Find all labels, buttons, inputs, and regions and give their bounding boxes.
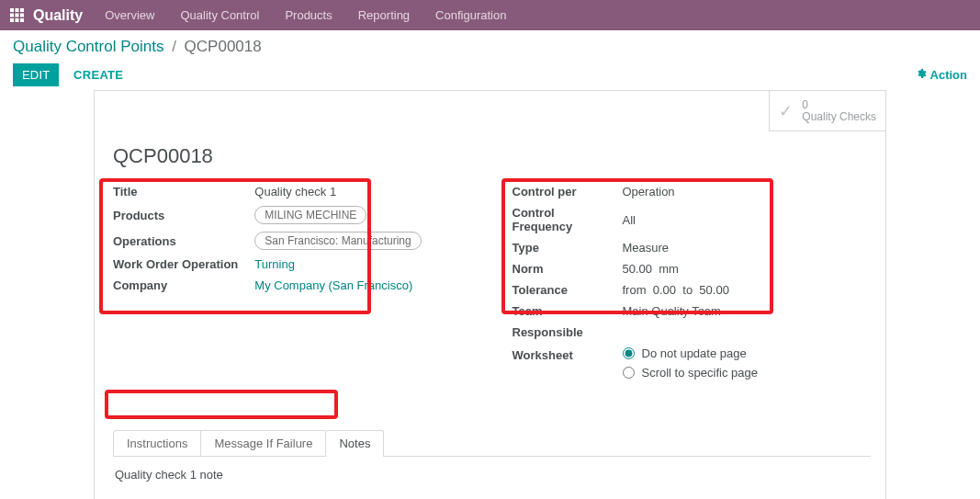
team-value: Main Quality Team [623,301,758,322]
ws-opt2-label: Scroll to specific page [642,366,758,380]
top-nav: Quality Overview Quality Control Product… [0,0,980,30]
svg-rect-4 [15,14,18,17]
company-value[interactable]: My Company (San Francisco) [254,278,412,292]
ws-radio-2[interactable] [623,367,635,379]
nav-products[interactable]: Products [285,8,332,22]
tol-label: Tolerance [513,279,623,301]
check-icon: ✓ [779,101,793,121]
operations-label: Operations [113,228,254,254]
type-label: Type [513,237,623,258]
norm-label: Norm [513,258,623,279]
svg-rect-1 [15,8,18,12]
tol-to-val: 50.00 [699,283,729,297]
control-per-label: Control per [513,181,623,202]
tol-from-lbl: from [623,283,647,297]
action-label: Action [930,68,967,82]
stat-label: Quality Checks [802,110,876,123]
breadcrumb: Quality Control Points / QCP00018 [13,38,967,56]
ws-opt1-label: Do not update page [642,346,747,360]
resp-value [623,322,758,343]
create-button[interactable]: CREATE [73,68,123,82]
products-label: Products [113,202,254,228]
svg-rect-2 [20,8,24,12]
tab-instructions[interactable]: Instructions [113,430,200,457]
team-label: Team [513,301,623,322]
company-label: Company [113,275,254,296]
ws-label: Worksheet [513,343,623,389]
app-title[interactable]: Quality [33,7,83,24]
tol-to-lbl: to [682,283,693,297]
freq-value: All [623,202,758,237]
title-value: Quality check 1 [254,181,421,202]
freq-label: Control Frequency [513,202,623,237]
ws-radio-1[interactable] [623,347,635,359]
norm-value: 50.00 [623,262,653,276]
form-sheet: ✓ 0 Quality Checks QCP00018 Title Qualit… [94,90,886,499]
nav-quality-control[interactable]: Quality Control [180,8,259,22]
nav-reporting[interactable]: Reporting [358,8,410,22]
control-bar: Quality Control Points / QCP00018 EDIT C… [0,30,980,90]
tab-message-if-failure[interactable]: Message If Failure [200,430,325,457]
title-label: Title [113,181,254,202]
action-menu[interactable]: Action [916,68,967,82]
woo-value[interactable]: Turning [254,257,295,271]
nav-configuration[interactable]: Configuration [435,8,506,22]
tol-from-val: 0.00 [653,283,676,297]
svg-rect-3 [10,14,14,17]
ws-opt2[interactable]: Scroll to specific page [623,366,758,380]
svg-rect-6 [10,18,14,22]
tab-content: Quality check 1 note [113,457,871,493]
edit-button[interactable]: EDIT [13,63,59,86]
record-title: QCP00018 [113,144,871,168]
svg-rect-0 [10,8,14,12]
resp-label: Responsible [513,322,623,343]
apps-icon[interactable] [7,6,26,25]
svg-rect-8 [20,18,24,22]
product-tag[interactable]: MILING MECHINE [254,206,366,224]
operation-tag[interactable]: San Francisco: Manufacturing [254,232,421,250]
woo-label: Work Order Operation [113,254,254,275]
norm-unit: mm [659,262,679,276]
tabs: Instructions Message If Failure Notes [113,429,871,457]
control-per-value: Operation [623,181,758,202]
breadcrumb-root[interactable]: Quality Control Points [13,38,163,55]
nav-overview[interactable]: Overview [105,8,154,22]
svg-rect-5 [20,14,24,17]
tab-notes[interactable]: Notes [325,430,384,457]
ws-opt1[interactable]: Do not update page [623,346,758,360]
gear-icon [916,68,927,82]
breadcrumb-current: QCP00018 [185,38,262,55]
quality-checks-stat[interactable]: ✓ 0 Quality Checks [769,91,885,131]
breadcrumb-sep: / [172,38,176,55]
svg-rect-7 [15,18,18,22]
type-value: Measure [623,237,758,258]
